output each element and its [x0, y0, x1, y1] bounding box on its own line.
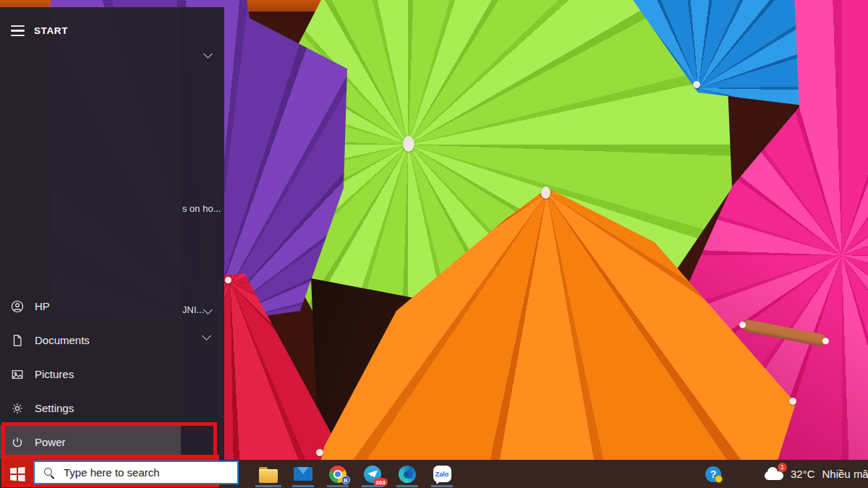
taskbar-app-chrome[interactable]: B	[328, 460, 347, 488]
tile-group-label-truncated: s on ho...	[182, 203, 221, 214]
windows-logo-icon	[10, 467, 25, 481]
menu-item-label: Pictures	[35, 368, 74, 380]
weather-temperature: 32°C	[791, 468, 815, 480]
taskbar-search-box[interactable]	[33, 461, 239, 484]
picture-icon	[11, 368, 24, 381]
taskbar-app-mail[interactable]	[294, 460, 312, 488]
umbrella-rib-tip	[789, 398, 796, 405]
document-icon	[11, 334, 24, 347]
zalo-icon: Zalo	[433, 466, 451, 482]
menu-item-label: Settings	[35, 402, 74, 414]
edge-icon	[399, 466, 416, 483]
weather-notification-badge: 1	[778, 463, 787, 472]
gear-icon	[11, 402, 24, 415]
chrome-badge: B	[341, 476, 350, 484]
umbrella-ferrule	[403, 136, 414, 152]
menu-item-label: Documents	[35, 334, 90, 346]
open-app-indicator	[255, 485, 281, 487]
start-menu-item-documents[interactable]: Documents	[0, 323, 181, 357]
file-explorer-icon	[259, 467, 278, 481]
umbrella-ferrule	[541, 187, 550, 199]
taskbar-app-telegram[interactable]: 303	[363, 460, 382, 488]
cloud-icon: 1	[763, 467, 785, 481]
menu-item-label: Power	[35, 436, 66, 448]
umbrella-rib-tip	[225, 277, 231, 283]
taskbar-app-icons: B 303 Zalo	[259, 460, 451, 488]
weather-condition: Nhiều mây	[822, 468, 868, 480]
hamburger-menu-icon[interactable]	[11, 25, 25, 36]
help-icon[interactable]: ?	[705, 466, 721, 482]
taskbar-app-zalo[interactable]: Zalo	[433, 460, 451, 488]
mail-icon	[294, 467, 312, 481]
power-icon	[11, 436, 24, 449]
taskbar-tray: ? 1 32°C Nhiều mây	[705, 460, 868, 488]
start-button[interactable]	[7, 463, 28, 485]
start-menu-header: START	[11, 25, 68, 36]
weather-widget[interactable]: 1 32°C Nhiều mây	[763, 467, 868, 481]
weather-text: 32°C Nhiều mây	[791, 468, 868, 480]
tile-group-label-truncated: JNI...	[182, 304, 204, 315]
open-app-indicator	[431, 485, 453, 487]
umbrella-ferrule	[693, 81, 700, 88]
menu-item-label: HP	[35, 300, 50, 312]
start-menu-item-settings[interactable]: Settings	[0, 391, 181, 425]
start-menu-item-power[interactable]: Power	[0, 425, 181, 459]
open-app-indicator	[327, 485, 349, 487]
taskbar-app-file-explorer[interactable]	[259, 460, 278, 488]
taskbar-app-edge[interactable]	[398, 460, 417, 488]
umbrella-rib-tip	[316, 449, 323, 456]
open-app-indicator	[396, 485, 418, 487]
desktop-screen: START s on ho... JNI... HP Documents Pic…	[0, 0, 868, 488]
start-menu-tiles-strip	[181, 7, 224, 460]
start-menu-item-user[interactable]: HP	[0, 289, 181, 323]
start-menu-panel: START s on ho... JNI... HP Documents Pic…	[0, 7, 224, 460]
open-app-indicator	[292, 485, 314, 487]
user-icon	[11, 300, 24, 313]
search-icon	[43, 467, 55, 479]
open-app-indicator	[362, 485, 383, 487]
search-input[interactable]	[62, 466, 207, 479]
start-menu-item-pictures[interactable]: Pictures	[0, 357, 181, 391]
start-menu-title: START	[34, 25, 68, 36]
